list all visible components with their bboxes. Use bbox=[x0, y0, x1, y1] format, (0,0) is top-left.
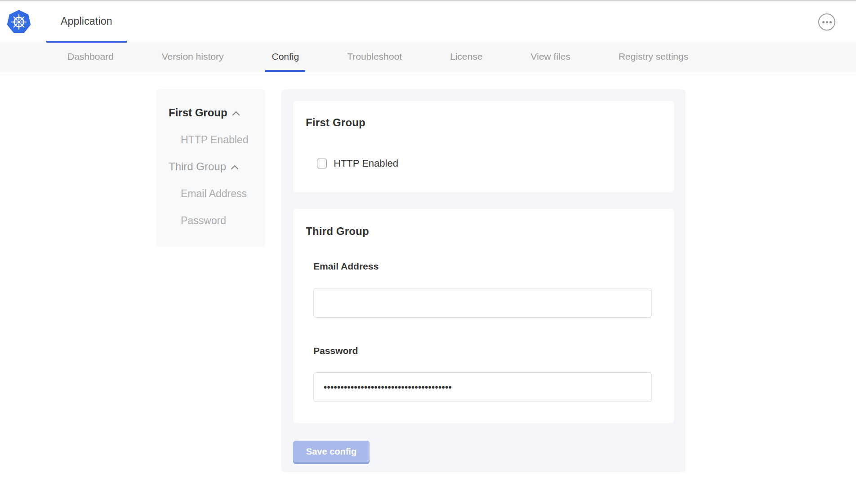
password-field: Password •••••••••••••••••••••••••••••••… bbox=[313, 345, 661, 402]
email-address-label: Email Address bbox=[313, 261, 661, 272]
http-enabled-checkbox-label: HTTP Enabled bbox=[334, 158, 398, 169]
logo-wrap bbox=[6, 1, 31, 43]
tab-version-history[interactable]: Version history bbox=[156, 43, 230, 72]
password-input[interactable]: •••••••••••••••••••••••••••••••••••••• bbox=[313, 372, 652, 402]
chevron-up-icon bbox=[232, 111, 240, 116]
ellipsis-dot bbox=[822, 21, 825, 23]
config-sidebar: First Group HTTP Enabled Third Group Ema… bbox=[156, 89, 265, 247]
sidebar-item-third-group[interactable]: Third Group bbox=[156, 161, 265, 172]
email-address-field: Email Address bbox=[313, 261, 661, 318]
tab-license[interactable]: License bbox=[444, 43, 489, 72]
config-page: First Group HTTP Enabled Third Group Ema… bbox=[0, 72, 856, 472]
password-masked-value: •••••••••••••••••••••••••••••••••••••• bbox=[324, 383, 452, 392]
tab-config[interactable]: Config bbox=[265, 43, 305, 72]
group-title: Third Group bbox=[306, 225, 661, 238]
sidebar-item-label: First Group bbox=[169, 107, 227, 118]
sidebar-item-label: Third Group bbox=[169, 161, 226, 172]
app-tab-label: Application bbox=[61, 15, 112, 27]
tab-registry-settings[interactable]: Registry settings bbox=[612, 43, 695, 72]
ellipsis-dot bbox=[826, 21, 828, 23]
chevron-up-icon bbox=[231, 165, 239, 170]
save-config-button[interactable]: Save config bbox=[293, 441, 370, 462]
tab-troubleshoot[interactable]: Troubleshoot bbox=[341, 43, 408, 72]
app-navbar: Dashboard Version history Config Trouble… bbox=[0, 43, 856, 72]
ellipsis-menu-button[interactable] bbox=[818, 13, 835, 31]
tab-dashboard[interactable]: Dashboard bbox=[61, 43, 120, 72]
http-enabled-checkbox[interactable] bbox=[317, 159, 327, 168]
kubernetes-logo-icon bbox=[6, 9, 31, 35]
sidebar-item-http-enabled[interactable]: HTTP Enabled bbox=[156, 134, 265, 145]
ellipsis-dot bbox=[829, 21, 832, 23]
group-title: First Group bbox=[306, 116, 661, 129]
password-label: Password bbox=[313, 345, 661, 356]
header-spacer bbox=[127, 1, 818, 43]
config-form-area: First Group HTTP Enabled Third Group Ema… bbox=[281, 89, 686, 472]
email-address-input[interactable] bbox=[313, 288, 652, 318]
http-enabled-checkbox-row[interactable]: HTTP Enabled bbox=[317, 158, 661, 169]
app-header: Application bbox=[0, 1, 856, 43]
sidebar-item-first-group[interactable]: First Group bbox=[156, 107, 265, 118]
config-group-card-first: First Group HTTP Enabled bbox=[293, 101, 674, 192]
sidebar-item-email-address[interactable]: Email Address bbox=[156, 188, 265, 199]
app-tab-application[interactable]: Application bbox=[46, 1, 127, 43]
config-group-card-third: Third Group Email Address Password •••••… bbox=[293, 209, 674, 423]
tab-view-files[interactable]: View files bbox=[524, 43, 576, 72]
sidebar-item-password[interactable]: Password bbox=[156, 215, 265, 226]
